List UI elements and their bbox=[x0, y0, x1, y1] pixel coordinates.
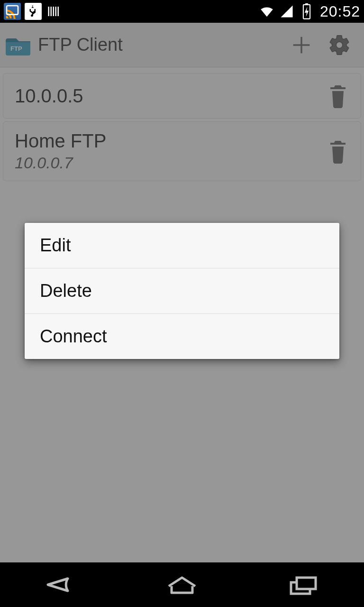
context-menu-connect[interactable]: Connect bbox=[25, 314, 339, 359]
wifi-icon bbox=[258, 3, 275, 20]
status-clock: 20:52 bbox=[320, 3, 360, 20]
barcode-icon bbox=[46, 3, 63, 20]
context-menu-edit[interactable]: Edit bbox=[25, 223, 339, 268]
nav-home-button[interactable] bbox=[154, 568, 210, 601]
context-menu: Edit Delete Connect bbox=[25, 223, 339, 359]
nav-back-button[interactable] bbox=[32, 568, 89, 601]
context-menu-delete[interactable]: Delete bbox=[25, 268, 339, 314]
status-bar: 20:52 bbox=[0, 0, 364, 23]
navigation-bar bbox=[0, 562, 364, 607]
svg-rect-5 bbox=[297, 578, 316, 589]
battery-charging-icon bbox=[298, 3, 315, 20]
cast-icon bbox=[4, 3, 21, 20]
cell-signal-icon bbox=[278, 3, 295, 20]
svg-rect-2 bbox=[305, 3, 308, 5]
usb-icon bbox=[25, 3, 42, 20]
nav-recents-button[interactable] bbox=[275, 568, 332, 601]
